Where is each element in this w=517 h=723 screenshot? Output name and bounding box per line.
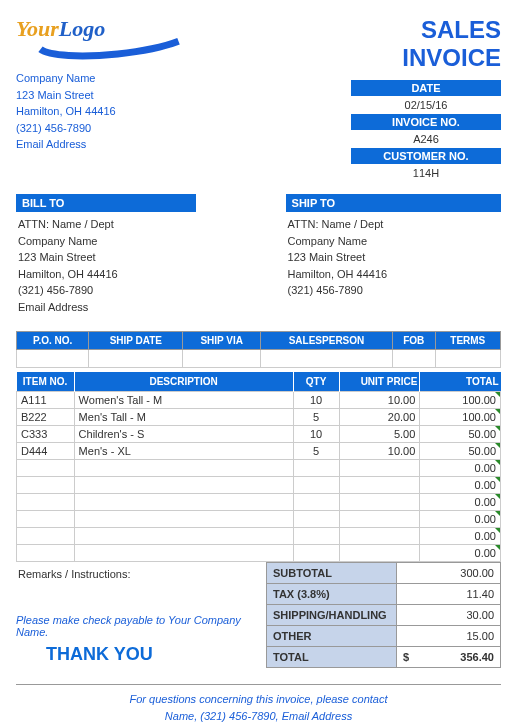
bill-name: Company Name (18, 233, 194, 250)
company-city: Hamilton, OH 44416 (16, 103, 196, 120)
logo: YourLogo (16, 16, 196, 64)
bill-email: Email Address (18, 299, 194, 316)
ship-phone: (321) 456-7890 (288, 282, 499, 299)
meta-block: DATE 02/15/16 INVOICE NO. A246 CUSTOMER … (351, 80, 501, 182)
bill-to-header: BILL TO (16, 194, 196, 212)
header: YourLogo Company Name 123 Main Street Ha… (16, 16, 501, 182)
invoice-no-value: A246 (351, 130, 501, 148)
col-pono: P.O. NO. (17, 332, 89, 350)
title-line2: INVOICE (351, 44, 501, 72)
shipping-details-table: P.O. NO. SHIP DATE SHIP VIA SALESPERSON … (16, 331, 501, 368)
col-unit-price: UNIT PRICE (339, 372, 420, 392)
title-line1: SALES (351, 16, 501, 44)
ship-street: 123 Main Street (288, 249, 499, 266)
bottom-area: Remarks / Instructions: Please make chec… (16, 562, 501, 668)
item-total: 100.00 (420, 392, 501, 409)
formula-marker-icon (495, 392, 500, 397)
col-shipdate: SHIP DATE (89, 332, 183, 350)
bill-city: Hamilton, OH 44416 (18, 266, 194, 283)
footer-line1: For questions concerning this invoice, p… (16, 691, 501, 708)
ship-name: Company Name (288, 233, 499, 250)
col-shipvia: SHIP VIA (183, 332, 261, 350)
item-row-empty: 0.00 (17, 511, 501, 528)
logo-company-area: YourLogo Company Name 123 Main Street Ha… (16, 16, 196, 153)
col-qty: QTY (293, 372, 339, 392)
ship-to-column: SHIP TO ATTN: Name / Dept Company Name 1… (286, 194, 501, 319)
item-row-empty: 0.00 (17, 477, 501, 494)
date-label: DATE (351, 80, 501, 96)
svg-point-0 (37, 16, 195, 62)
bottom-left: Remarks / Instructions: Please make chec… (16, 562, 266, 668)
col-terms: TERMS (435, 332, 500, 350)
swoosh-icon (16, 16, 196, 66)
payable-note: Please make check payable to Your Compan… (16, 614, 256, 638)
customer-no-label: CUSTOMER NO. (351, 148, 501, 164)
bill-attn: ATTN: Name / Dept (18, 216, 194, 233)
col-item-no: ITEM NO. (17, 372, 75, 392)
item-row: D444 Men's - XL 5 10.00 50.00 (17, 443, 501, 460)
footer-line2: Name, (321) 456-7890, Email Address (16, 708, 501, 724)
invoice-no-label: INVOICE NO. (351, 114, 501, 130)
tax-value: 11.40 (397, 584, 501, 605)
customer-no-value: 114H (351, 164, 501, 182)
item-row-empty: 0.00 (17, 460, 501, 477)
bill-to-body: ATTN: Name / Dept Company Name 123 Main … (16, 212, 196, 319)
item-no: A111 (17, 392, 75, 409)
col-salesperson: SALESPERSON (261, 332, 393, 350)
bill-phone: (321) 456-7890 (18, 282, 194, 299)
invoice-title: SALES INVOICE (351, 16, 501, 72)
date-value: 02/15/16 (351, 96, 501, 114)
thank-you: THANK YOU (46, 644, 256, 665)
item-row: A111 Women's Tall - M 10 10.00 100.00 (17, 392, 501, 409)
company-phone: (321) 456-7890 (16, 120, 196, 137)
company-info: Company Name 123 Main Street Hamilton, O… (16, 70, 196, 153)
right-header: SALES INVOICE DATE 02/15/16 INVOICE NO. … (351, 16, 501, 182)
bill-to-column: BILL TO ATTN: Name / Dept Company Name 1… (16, 194, 196, 319)
ship-to-header: SHIP TO (286, 194, 501, 212)
ship-city: Hamilton, OH 44416 (288, 266, 499, 283)
item-row-empty: 0.00 (17, 528, 501, 545)
col-description: DESCRIPTION (74, 372, 293, 392)
item-price: 10.00 (339, 392, 420, 409)
item-row: C333 Children's - S 10 5.00 50.00 (17, 426, 501, 443)
bill-street: 123 Main Street (18, 249, 194, 266)
company-street: 123 Main Street (16, 87, 196, 104)
shipping-value: 30.00 (397, 605, 501, 626)
company-name: Company Name (16, 70, 196, 87)
ship-to-body: ATTN: Name / Dept Company Name 123 Main … (286, 212, 501, 303)
ship-attn: ATTN: Name / Dept (288, 216, 499, 233)
col-fob: FOB (392, 332, 435, 350)
total-value: $356.40 (397, 647, 501, 668)
col-total: TOTAL (420, 372, 501, 392)
item-row-empty: 0.00 (17, 494, 501, 511)
shipping-label: SHIPPING/HANDLING (267, 605, 397, 626)
footer: For questions concerning this invoice, p… (16, 684, 501, 723)
remarks-label: Remarks / Instructions: (16, 562, 256, 586)
item-desc: Women's Tall - M (74, 392, 293, 409)
items-table: ITEM NO. DESCRIPTION QTY UNIT PRICE TOTA… (16, 372, 501, 562)
other-value: 15.00 (397, 626, 501, 647)
subtotal-value: 300.00 (397, 563, 501, 584)
company-email: Email Address (16, 136, 196, 153)
item-row-empty: 0.00 (17, 545, 501, 562)
shipping-row (17, 350, 501, 368)
total-label: TOTAL (267, 647, 397, 668)
currency-symbol: $ (403, 651, 409, 663)
tax-label: TAX (3.8%) (267, 584, 397, 605)
subtotal-label: SUBTOTAL (267, 563, 397, 584)
item-qty: 10 (293, 392, 339, 409)
totals-table: SUBTOTAL300.00 TAX (3.8%)11.40 SHIPPING/… (266, 562, 501, 668)
other-label: OTHER (267, 626, 397, 647)
item-row: B222 Men's Tall - M 5 20.00 100.00 (17, 409, 501, 426)
addresses: BILL TO ATTN: Name / Dept Company Name 1… (16, 194, 501, 319)
